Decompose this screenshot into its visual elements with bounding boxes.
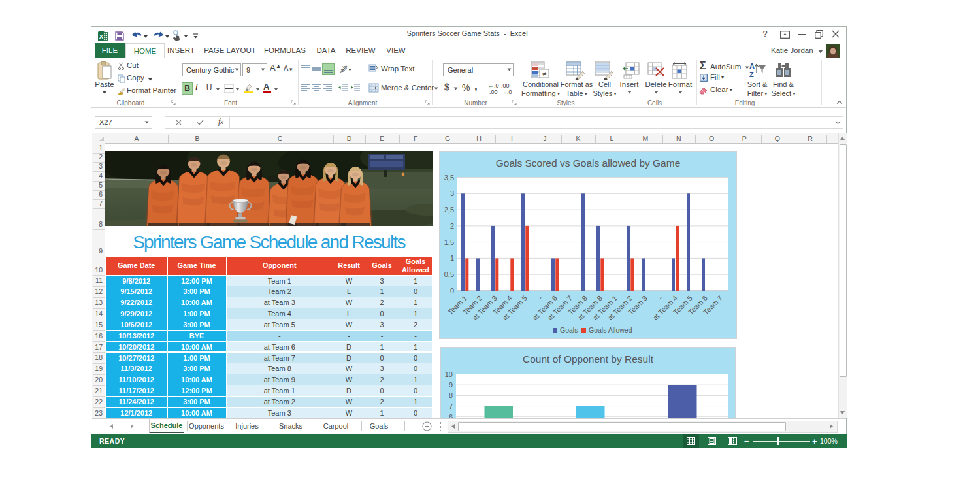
- svg-text:6: 6: [449, 413, 453, 418]
- svg-text:2,5: 2,5: [444, 206, 454, 214]
- svg-text:0,5: 0,5: [444, 270, 454, 278]
- svg-text:Goals Scored vs Goals allowed: Goals Scored vs Goals allowed by Game: [496, 157, 681, 169]
- svg-text:10: 10: [445, 370, 453, 378]
- svg-text:2: 2: [450, 222, 454, 230]
- svg-text:9: 9: [449, 381, 453, 389]
- svg-text:≠: ≠: [542, 70, 546, 78]
- svg-text:8: 8: [449, 391, 453, 399]
- svg-text:3: 3: [450, 189, 454, 197]
- svg-text:Goals Allowed: Goals Allowed: [589, 326, 632, 334]
- svg-text:7: 7: [449, 402, 453, 410]
- svg-text:Z: Z: [749, 71, 754, 78]
- svg-text:3,5: 3,5: [444, 174, 454, 182]
- svg-text:ab: ab: [339, 64, 348, 73]
- svg-text:Goals: Goals: [560, 326, 578, 334]
- svg-text:1: 1: [450, 254, 454, 262]
- svg-text:1,5: 1,5: [444, 238, 454, 246]
- svg-text:X: X: [99, 33, 104, 40]
- svg-text:0: 0: [450, 287, 454, 295]
- svg-text:Count of Opponent by Result: Count of Opponent by Result: [523, 353, 654, 365]
- svg-text:A: A: [749, 62, 755, 70]
